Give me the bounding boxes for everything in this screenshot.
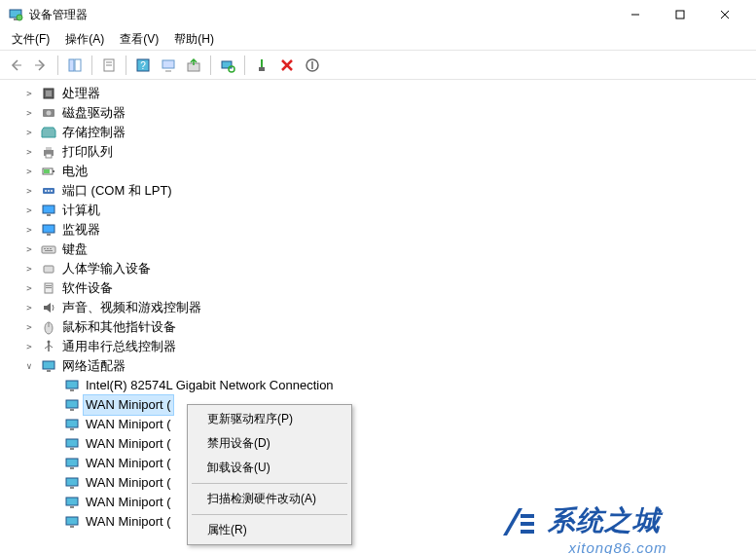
tree-node-label: 键盘: [60, 240, 90, 259]
tree-node[interactable]: >声音、视频和游戏控制器: [6, 298, 756, 317]
tree-node-label: 监视器: [60, 220, 102, 240]
svg-rect-40: [69, 59, 74, 71]
battery-icon: [41, 164, 56, 179]
expander-closed-icon[interactable]: >: [23, 240, 35, 259]
toolbar-separator: [210, 55, 211, 75]
network-adapter-icon: [64, 456, 80, 471]
tree-node-label: WAN Miniport (: [84, 415, 173, 434]
enable-button[interactable]: [250, 54, 273, 77]
ctx-properties[interactable]: 属性(R): [190, 518, 349, 542]
expander-closed-icon[interactable]: >: [23, 123, 35, 142]
tree-node-network-child[interactable]: Intel(R) 82574L Gigabit Network Connecti…: [6, 376, 756, 395]
monitor-icon: [41, 222, 56, 238]
expander-closed-icon[interactable]: >: [23, 181, 35, 201]
svg-rect-58: [521, 530, 534, 534]
svg-rect-41: [75, 59, 81, 71]
expander-open-icon[interactable]: ∨: [23, 356, 35, 376]
tree-node-label: WAN Miniport (: [84, 434, 173, 454]
network-adapter-icon: [64, 514, 80, 530]
scan-hardware-button[interactable]: [216, 54, 239, 77]
tree-node-label: WAN Miniport (: [84, 454, 173, 473]
tree-node-label: 计算机: [60, 201, 102, 220]
expander-closed-icon[interactable]: >: [23, 298, 35, 317]
monitor-icon: [41, 203, 56, 218]
tree-node[interactable]: >软件设备: [6, 278, 756, 298]
update-driver-button[interactable]: [182, 54, 205, 77]
network-icon: [41, 358, 56, 374]
forward-button[interactable]: [29, 54, 53, 77]
menu-help[interactable]: 帮助(H): [166, 29, 222, 50]
toolbar-separator: [57, 55, 58, 75]
expander-closed-icon[interactable]: >: [23, 84, 35, 103]
svg-rect-52: [259, 67, 265, 71]
tree-node[interactable]: >打印队列: [6, 142, 756, 162]
back-button[interactable]: [4, 54, 27, 77]
tree-node[interactable]: >电池: [6, 162, 756, 181]
tree-node-network-child[interactable]: WAN Miniport (: [6, 415, 756, 434]
show-hide-tree-button[interactable]: [63, 54, 87, 77]
tree-node-network-adapters[interactable]: ∨ 网络适配器: [6, 356, 756, 376]
close-button[interactable]: [711, 5, 738, 24]
svg-text:?: ?: [140, 60, 146, 71]
window-controls: [622, 5, 748, 24]
expander-closed-icon[interactable]: >: [23, 317, 35, 337]
ctx-update-driver[interactable]: 更新驱动程序(P): [190, 407, 349, 431]
expander-closed-icon[interactable]: >: [23, 278, 35, 298]
ctx-disable-device[interactable]: 禁用设备(D): [190, 431, 349, 456]
tree-node-network-child[interactable]: WAN Miniport (: [6, 434, 756, 454]
menu-file[interactable]: 文件(F): [4, 29, 57, 50]
keyboard-icon: [41, 241, 56, 257]
tree-node[interactable]: >监视器: [6, 220, 756, 240]
network-adapter-icon: [64, 436, 80, 452]
expander-closed-icon[interactable]: >: [23, 142, 35, 162]
device-tree[interactable]: >处理器>磁盘驱动器>存储控制器>打印队列>电池>端口 (COM 和 LPT)>…: [0, 80, 756, 554]
watermark-logo-icon: [497, 499, 542, 543]
titlebar: 设备管理器: [0, 0, 756, 29]
context-menu: 更新驱动程序(P) 禁用设备(D) 卸载设备(U) 扫描检测硬件改动(A) 属性…: [187, 404, 352, 545]
mouse-icon: [41, 319, 56, 335]
tree-node[interactable]: >磁盘驱动器: [6, 103, 756, 123]
svg-rect-56: [521, 514, 534, 518]
expander-closed-icon[interactable]: >: [23, 259, 35, 278]
tree-node[interactable]: >处理器: [6, 84, 756, 103]
tree-node-label: WAN Miniport (: [84, 395, 173, 415]
menu-action[interactable]: 操作(A): [57, 29, 112, 50]
tree-node[interactable]: >人体学输入设备: [6, 259, 756, 278]
tree-node-label: 通用串行总线控制器: [60, 337, 178, 356]
expander-closed-icon[interactable]: >: [23, 162, 35, 181]
tree-node[interactable]: >鼠标和其他指针设备: [6, 317, 756, 337]
expander-closed-icon[interactable]: >: [23, 337, 35, 356]
tree-node-network-child[interactable]: WAN Miniport (: [6, 454, 756, 473]
printer-icon: [41, 144, 56, 160]
help-button[interactable]: ?: [131, 54, 155, 77]
port-icon: [41, 183, 56, 199]
tree-node-network-child[interactable]: WAN Miniport (: [6, 473, 756, 493]
ctx-uninstall-device[interactable]: 卸载设备(U): [190, 456, 349, 480]
tree-node[interactable]: >端口 (COM 和 LPT): [6, 181, 756, 201]
uninstall-button[interactable]: [275, 54, 299, 77]
tree-node-label: 端口 (COM 和 LPT): [60, 181, 174, 201]
action-button[interactable]: [157, 54, 180, 77]
properties-button[interactable]: [97, 54, 121, 77]
tree-node[interactable]: >计算机: [6, 201, 756, 220]
tree-node-network-child[interactable]: WAN Miniport (: [6, 395, 756, 415]
tree-node[interactable]: >存储控制器: [6, 123, 756, 142]
disable-button[interactable]: [301, 54, 324, 77]
expander-closed-icon[interactable]: >: [23, 103, 35, 123]
tree-node-label: WAN Miniport (: [84, 493, 173, 512]
minimize-button[interactable]: [622, 5, 649, 24]
tree-node-label: 打印队列: [60, 142, 115, 162]
tree-node[interactable]: >键盘: [6, 240, 756, 259]
tree-node-label: 磁盘驱动器: [60, 103, 127, 123]
usb-icon: [41, 339, 56, 354]
ctx-scan-hardware[interactable]: 扫描检测硬件改动(A): [190, 487, 349, 511]
expander-closed-icon[interactable]: >: [23, 220, 35, 240]
tree-node-label: 处理器: [60, 84, 102, 103]
maximize-button[interactable]: [666, 5, 694, 24]
expander-closed-icon[interactable]: >: [23, 201, 35, 220]
tree-node[interactable]: >通用串行总线控制器: [6, 337, 756, 356]
network-adapter-icon: [64, 475, 80, 491]
menu-view[interactable]: 查看(V): [112, 29, 166, 50]
window-title: 设备管理器: [29, 7, 622, 23]
ctx-separator: [192, 514, 347, 515]
